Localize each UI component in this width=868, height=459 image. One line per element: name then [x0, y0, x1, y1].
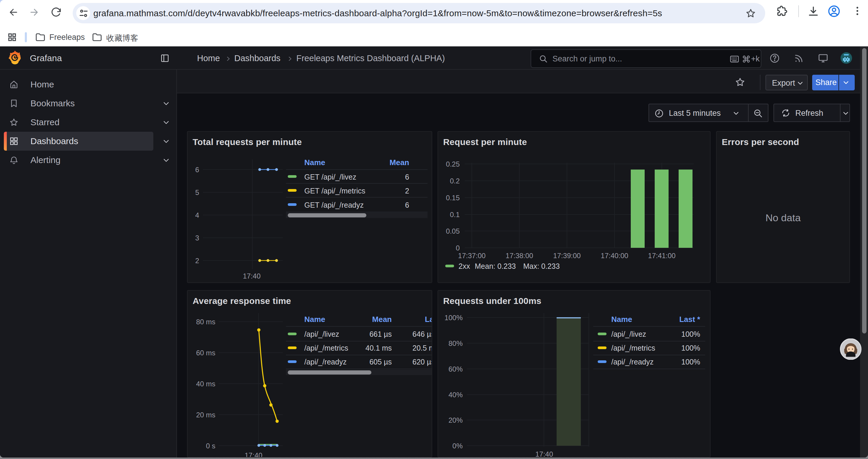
- svg-text:100%: 100%: [681, 358, 700, 366]
- svg-text:6: 6: [405, 201, 409, 209]
- svg-text:0.25: 0.25: [446, 160, 460, 168]
- svg-text:/api/_/livez: /api/_/livez: [304, 330, 339, 338]
- svg-text:40%: 40%: [448, 391, 463, 399]
- svg-text:2: 2: [405, 187, 409, 195]
- svg-text:2xx: 2xx: [459, 262, 470, 270]
- svg-text:17:40: 17:40: [535, 450, 553, 457]
- svg-text:20%: 20%: [448, 416, 463, 424]
- svg-text:4: 4: [195, 211, 199, 219]
- svg-text:620 µs: 620 µs: [412, 358, 432, 366]
- svg-text:0.15: 0.15: [446, 194, 460, 202]
- svg-text:/api/_/readyz: /api/_/readyz: [304, 358, 346, 366]
- svg-text:GET /api/_/metrics: GET /api/_/metrics: [304, 187, 366, 195]
- svg-text:40.1 ms: 40.1 ms: [366, 344, 392, 352]
- svg-text:17:40:00: 17:40:00: [601, 252, 628, 260]
- svg-text:6: 6: [195, 166, 199, 174]
- svg-text:17:37:00: 17:37:00: [458, 252, 486, 260]
- svg-text:17:39:00: 17:39:00: [553, 252, 581, 260]
- svg-text:100%: 100%: [681, 330, 700, 338]
- svg-text:60 ms: 60 ms: [196, 349, 215, 357]
- svg-text:17:40: 17:40: [243, 272, 260, 280]
- svg-text:646 µs: 646 µs: [412, 330, 432, 338]
- svg-text:20.5 ms: 20.5 ms: [412, 344, 432, 352]
- svg-text:2: 2: [195, 257, 199, 265]
- svg-text:0.05: 0.05: [446, 227, 460, 235]
- svg-text:100%: 100%: [445, 314, 463, 322]
- svg-text:40 ms: 40 ms: [196, 380, 215, 388]
- svg-text:Name: Name: [304, 158, 325, 167]
- svg-text:80%: 80%: [448, 339, 463, 347]
- svg-text:Mean: Mean: [390, 158, 409, 167]
- svg-text:Mean: Mean: [372, 315, 392, 324]
- svg-text:/api/_/metrics: /api/_/metrics: [304, 344, 348, 352]
- svg-text:/api/_/livez: /api/_/livez: [611, 330, 646, 338]
- svg-text:0: 0: [456, 244, 460, 252]
- svg-text:Last *: Last *: [679, 315, 701, 324]
- svg-text:661 µs: 661 µs: [369, 330, 392, 338]
- svg-text:0%: 0%: [452, 442, 463, 450]
- svg-text:0.1: 0.1: [450, 210, 460, 219]
- svg-text:3: 3: [195, 234, 199, 242]
- svg-text:Last *: Last *: [425, 315, 432, 324]
- svg-text:Max: 0.233: Max: 0.233: [523, 262, 560, 270]
- svg-text:5: 5: [195, 189, 199, 196]
- svg-text:0.2: 0.2: [450, 177, 460, 185]
- svg-text:GET /api/_/readyz: GET /api/_/readyz: [304, 201, 364, 209]
- svg-text:80 ms: 80 ms: [196, 318, 215, 326]
- svg-text:100%: 100%: [681, 344, 700, 352]
- svg-text:Name: Name: [304, 315, 325, 324]
- svg-text:Mean: 0.233: Mean: 0.233: [475, 262, 516, 270]
- svg-text:GET /api/_/livez: GET /api/_/livez: [304, 173, 356, 181]
- svg-text:17:41:00: 17:41:00: [648, 252, 675, 260]
- svg-text:17:38:00: 17:38:00: [505, 252, 533, 260]
- svg-text:/api/_/metrics: /api/_/metrics: [611, 344, 655, 352]
- svg-text:20 ms: 20 ms: [196, 411, 215, 419]
- svg-text:60%: 60%: [448, 365, 463, 373]
- svg-text:Name: Name: [611, 315, 632, 324]
- svg-text:17:40: 17:40: [245, 451, 262, 457]
- svg-text:/api/_/readyz: /api/_/readyz: [611, 358, 653, 366]
- svg-text:0 s: 0 s: [206, 442, 215, 450]
- svg-text:605 µs: 605 µs: [369, 358, 392, 366]
- svg-text:6: 6: [405, 173, 409, 181]
